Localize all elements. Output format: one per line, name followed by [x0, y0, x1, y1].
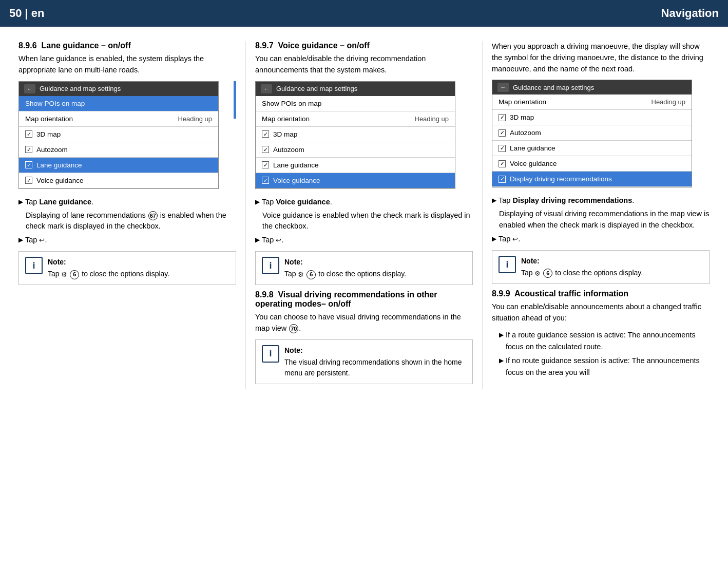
arrow-icon-6: ▶ — [492, 234, 496, 244]
instruction-detail-2: Voice guidance is enabled when the check… — [262, 210, 473, 233]
ui-row-voice-guidance-2: Voice guidance — [256, 173, 455, 188]
ui-row-3dmap-2: 3D map — [256, 127, 455, 142]
ui-row-3dmap-1: 3D map — [19, 127, 218, 142]
arrow-bullet-2: ▶ — [499, 356, 504, 366]
guidance-settings-panel-2: ← Guidance and map settings Show POIs on… — [255, 81, 455, 189]
ui-row-voice-guidance-1: Voice guidance — [19, 173, 218, 188]
instruction-detail-3: Displaying of visual driving recommendat… — [499, 209, 710, 231]
note-label-2: Note: — [284, 257, 406, 268]
back-icon-2: ↩ — [276, 235, 281, 246]
ui-checkbox-voice-guidance-2 — [262, 177, 269, 184]
note-icon-4: i — [499, 256, 516, 273]
ui-row-lane-guidance-1: Lane guidance — [19, 158, 218, 173]
ui-row-3dmap-3: 3D map — [492, 110, 692, 125]
section-title-3: Visual driving recommendations in other … — [255, 290, 437, 308]
back-icon-3: ↩ — [512, 234, 518, 245]
section-title-2: Voice guidance – on/off — [278, 41, 369, 50]
guidance-settings-panel-3: ← Guidance and map settings Map orientat… — [492, 80, 692, 187]
section-number-2: 8.9.7 — [255, 41, 278, 50]
guidance-settings-panel-1: ← Guidance and map settings Show POIs on… — [18, 81, 219, 189]
ui-row-autozoom-3: Autozoom — [492, 125, 692, 141]
arrow-icon-4: ▶ — [255, 235, 260, 245]
circled-67: 67 — [148, 211, 158, 220]
ui-panel-title-2: Guidance and map settings — [276, 85, 357, 92]
ui-checkbox-display-driving-3 — [499, 176, 506, 183]
arrow-icon-1: ▶ — [18, 197, 23, 207]
instruction-lane-1: ▶ Tap Lane guidance. — [18, 196, 236, 208]
bullet-2: ▶ If no route guidance session is active… — [499, 355, 710, 378]
ui-row-label: Autozoom — [510, 129, 685, 137]
bullet-list-899: ▶ If a route guidance session is active:… — [499, 329, 710, 379]
ui-checkbox-3dmap-1 — [25, 130, 32, 138]
ui-row-map-orientation-3: Map orientation Heading up — [492, 94, 692, 110]
section-heading-899: 8.9.9 Acoustical traffic information — [492, 289, 710, 298]
instruction-text-2: Tap ↩. — [25, 234, 47, 246]
section-title-4: Acoustical traffic information — [514, 289, 628, 298]
note-box-4: i Note: Tap ⚙ 6 to close the options dis… — [492, 250, 710, 284]
ui-row-label: 3D map — [273, 130, 449, 138]
ui-row-show-pois-2: Show POIs on map — [256, 96, 455, 111]
bullet-text-2: If no route guidance session is active: … — [506, 355, 710, 378]
section-number-3: 8.9.8 — [255, 290, 278, 299]
ui-row-label: Autozoom — [273, 146, 449, 154]
ui-row-lane-guidance-3: Lane guidance — [492, 141, 692, 156]
note-label-3: Note: — [284, 345, 466, 356]
instruction-display-driving-1: ▶ Tap Display driving recommendations. — [492, 195, 710, 206]
ui-row-map-orientation-2: Map orientation Heading up — [256, 111, 455, 127]
instruction-tap-back-2: ▶ Tap ↩. — [255, 234, 473, 246]
note-icon-3: i — [262, 345, 279, 363]
ui-row-label: 3D map — [36, 130, 212, 138]
ui-row-display-driving-3: Display driving recommendations — [492, 172, 692, 187]
instruction-detail-1: Displaying of lane recommendations 67 is… — [26, 210, 236, 233]
section-title: Lane guidance – on/off — [41, 41, 130, 50]
section-intro-2: You can enable/disable the driving recom… — [255, 53, 473, 76]
section-heading-896: 8.9.6 Lane guidance – on/off — [18, 41, 236, 50]
section-intro: When lane guidance is enabled, the syste… — [18, 53, 236, 76]
back-icon-panel-2: ← — [261, 84, 272, 93]
note-icon-2: i — [262, 257, 279, 274]
page-title: Navigation — [661, 7, 719, 20]
page-header: 50 | en Navigation — [0, 0, 728, 27]
circled-6-3: 6 — [543, 269, 552, 278]
ui-checkbox-voice-guidance-1 — [25, 177, 32, 184]
section-number-4: 8.9.9 — [492, 289, 514, 298]
ui-checkbox-autozoom-2 — [262, 146, 269, 153]
back-icon-panel-1: ← — [24, 84, 35, 93]
ui-checkbox-lane-guidance-1 — [25, 161, 32, 168]
ui-panel-header-3: ← Guidance and map settings — [492, 80, 692, 94]
ui-checkbox-3dmap-2 — [262, 130, 269, 138]
instruction-text-5: Tap Display driving recommendations. — [499, 195, 634, 206]
instruction-text-6: Tap ↩. — [499, 233, 520, 245]
back-icon-1: ↩ — [39, 235, 45, 246]
section-heading-897: 8.9.7 Voice guidance – on/off — [255, 41, 473, 50]
note-content-1: Note: Tap ⚙ 6 to close the options displ… — [48, 257, 169, 279]
note-label-4: Note: — [521, 256, 643, 267]
ui-row-label: Voice guidance — [510, 160, 685, 167]
circled-70: 70 — [289, 324, 298, 333]
instruction-text-3: Tap Voice guidance. — [262, 196, 332, 208]
section-number: 8.9.6 — [18, 41, 41, 50]
ui-row-label: Show POIs on map — [262, 100, 449, 107]
gear-icon-3: ⚙ — [534, 269, 541, 279]
ui-row-label: 3D map — [510, 113, 685, 121]
instruction-tap-back-3: ▶ Tap ↩. — [492, 233, 710, 245]
ui-panel-header-1: ← Guidance and map settings — [19, 82, 218, 96]
bullet-text-1: If a route guidance session is active: T… — [506, 329, 710, 353]
ui-panel-title-3: Guidance and map settings — [513, 84, 594, 91]
note-label-1: Note: — [48, 257, 169, 268]
ui-checkbox-3dmap-3 — [499, 114, 506, 121]
section-heading-898: 8.9.8 Visual driving recommendations in … — [255, 290, 473, 309]
ui-screenshot-2: ← Guidance and map settings Show POIs on… — [255, 81, 473, 189]
instruction-tap-back-1: ▶ Tap ↩. — [18, 234, 236, 246]
arrow-icon-2: ▶ — [18, 235, 23, 245]
ui-row-label: Map orientation — [262, 115, 415, 123]
note-icon-1: i — [25, 257, 43, 274]
note-box-2: i Note: Tap ⚙ 6 to close the options dis… — [255, 251, 473, 285]
ui-row-label: Lane guidance — [36, 161, 212, 169]
ui-row-voice-guidance-3: Voice guidance — [492, 156, 692, 172]
ui-screenshot-1: ← Guidance and map settings Show POIs on… — [18, 81, 236, 189]
ui-row-value: Heading up — [652, 98, 686, 106]
ui-row-value: Heading up — [178, 115, 213, 123]
column-2: 8.9.7 Voice guidance – on/off You can en… — [246, 41, 483, 389]
ui-row-label: Display driving recommendations — [510, 175, 685, 183]
